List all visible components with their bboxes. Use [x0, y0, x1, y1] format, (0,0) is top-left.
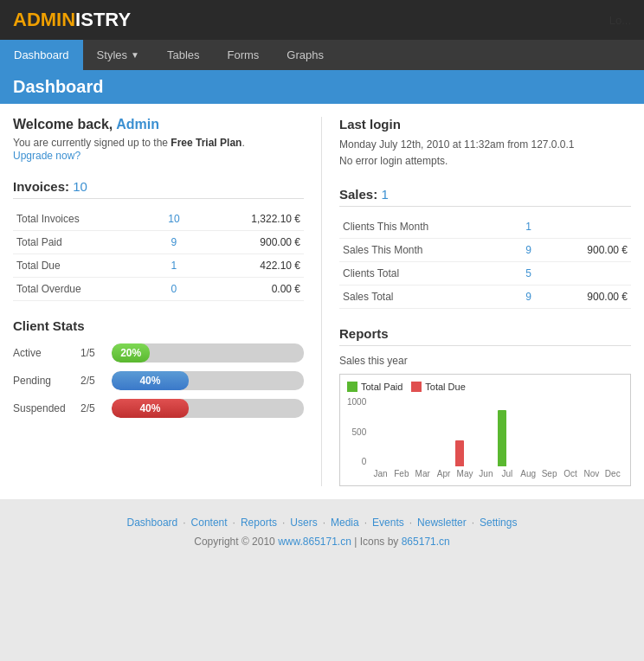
legend-paid-label: Total Paid: [361, 382, 402, 392]
x-label: Dec: [602, 469, 623, 478]
invoices-title-link[interactable]: 10: [73, 179, 87, 194]
footer-separator: ·: [228, 517, 241, 529]
footer-site1-link[interactable]: www.865171.cn: [278, 536, 351, 548]
stat-fraction: 2/5: [80, 375, 105, 387]
x-label: Apr: [433, 469, 454, 478]
client-stat-row: Pending 2/5 40%: [13, 371, 304, 390]
nav-styles[interactable]: Styles ▼: [83, 40, 153, 70]
x-label: May: [454, 469, 475, 478]
styles-dropdown-arrow: ▼: [131, 50, 139, 60]
y-label-bot: 0: [347, 457, 366, 466]
chart-wrapper: Total Paid Total Due 1000 500 0: [339, 374, 631, 486]
footer-link-dashboard[interactable]: Dashboard: [127, 517, 178, 529]
page-header-bar: Dashboard: [0, 70, 644, 104]
progress-bar-fill: 20%: [112, 343, 150, 363]
footer-copyright: Copyright © 2010 www.865171.cn | Icons b…: [13, 536, 631, 548]
x-label: Feb: [391, 469, 412, 478]
footer-link-settings[interactable]: Settings: [480, 517, 517, 529]
row-link[interactable]: 1: [517, 215, 541, 239]
row-label: Total Due: [13, 254, 156, 278]
row-link[interactable]: 9: [517, 239, 541, 262]
upgrade-link[interactable]: Upgrade now?: [13, 150, 80, 162]
row-value: [541, 215, 631, 239]
footer: Dashboard·Content·Reports·Users·Media·Ev…: [0, 499, 644, 565]
welcome-section: Welcome back, Admin You are currently si…: [13, 117, 304, 162]
welcome-username-link[interactable]: Admin: [116, 117, 159, 132]
row-label: Clients Total: [339, 262, 517, 286]
row-link[interactable]: 9: [517, 286, 541, 309]
footer-separator: ·: [277, 517, 290, 529]
footer-link-users[interactable]: Users: [290, 517, 317, 529]
logo-istry-text: ISTRY: [75, 9, 131, 30]
row-link[interactable]: 10: [156, 208, 193, 231]
stat-label: Active: [13, 347, 74, 359]
row-label: Clients This Month: [339, 215, 517, 239]
row-value: 422.10 €: [192, 254, 304, 278]
sales-title-link[interactable]: 1: [381, 187, 388, 202]
content-grid: Welcome back, Admin You are currently si…: [13, 117, 631, 486]
footer-link-newsletter[interactable]: Newsletter: [417, 517, 467, 529]
app-header: ADMINISTRY Lo...: [0, 0, 644, 40]
row-value: [541, 262, 631, 286]
row-link[interactable]: 0: [156, 278, 193, 301]
sales-section: Sales: 1 Clients This Month 1 Sales This…: [339, 187, 631, 309]
nav-graphs[interactable]: Graphs: [273, 40, 338, 70]
nav-forms[interactable]: Forms: [214, 40, 274, 70]
footer-separator: ·: [359, 517, 372, 529]
nav-tables[interactable]: Tables: [153, 40, 214, 70]
footer-separator: ·: [467, 517, 480, 529]
plan-name: Free Trial Plan: [171, 137, 242, 149]
last-login-line2: No error login attempts.: [339, 153, 631, 170]
logo-admin-text: ADMIN: [13, 9, 75, 30]
footer-link-reports[interactable]: Reports: [241, 517, 277, 529]
sales-title: Sales: 1: [339, 187, 631, 207]
invoices-title: Invoices: 10: [13, 179, 304, 199]
nav-dashboard[interactable]: Dashboard: [0, 40, 83, 70]
x-label: Jun: [475, 469, 496, 478]
reports-title: Reports: [339, 326, 631, 346]
legend-paid-color: [347, 382, 357, 392]
chart-bars-area: JanFebMarAprMayJunJulAugSepOctNovDec: [370, 397, 623, 478]
main-content: Welcome back, Admin You are currently si…: [0, 104, 644, 499]
x-label: Aug: [518, 469, 538, 478]
row-link[interactable]: 1: [156, 254, 193, 278]
row-link[interactable]: 5: [517, 262, 541, 286]
stat-fraction: 1/5: [80, 347, 105, 359]
row-value: 1,322.10 €: [192, 208, 304, 231]
last-login-line1: Monday July 12th, 2010 at 11:32am from 1…: [339, 137, 631, 153]
footer-separator: ·: [404, 517, 417, 529]
progress-bar-bg: 40%: [112, 399, 304, 418]
chart-y-axis: 1000 500 0: [347, 397, 370, 466]
x-label: Jan: [370, 469, 390, 478]
row-link[interactable]: 9: [156, 231, 193, 254]
chart-bars: [370, 397, 623, 466]
client-stats-section: Client Stats Active 1/5 20% Pending 2/5 …: [13, 318, 304, 418]
client-stats-title: Client Stats: [13, 318, 304, 333]
x-label: Nov: [581, 469, 602, 478]
footer-link-media[interactable]: Media: [331, 517, 359, 529]
right-column: Last login Monday July 12th, 2010 at 11:…: [322, 117, 631, 486]
footer-link-events[interactable]: Events: [372, 517, 404, 529]
legend-paid: Total Paid: [347, 382, 402, 392]
invoices-table: Total Invoices 10 1,322.10 € Total Paid …: [13, 208, 304, 301]
last-login-title: Last login: [339, 117, 631, 132]
table-row: Clients This Month 1: [339, 215, 631, 239]
bar-due: [455, 440, 464, 466]
row-label: Sales This Month: [339, 239, 517, 262]
app-logo: ADMINISTRY: [13, 9, 131, 31]
x-label: Oct: [560, 469, 581, 478]
table-row: Clients Total 5: [339, 262, 631, 286]
legend-due-color: [411, 382, 422, 392]
chart-x-labels: JanFebMarAprMayJunJulAugSepOctNovDec: [370, 469, 623, 478]
table-row: Sales This Month 9 900.00 €: [339, 239, 631, 262]
stat-fraction: 2/5: [80, 402, 105, 414]
progress-bar-bg: 40%: [112, 371, 304, 390]
x-label: Sep: [538, 469, 559, 478]
y-label-top: 1000: [347, 397, 366, 407]
footer-link-content[interactable]: Content: [191, 517, 228, 529]
progress-bar-fill: 40%: [112, 399, 189, 418]
progress-bar-fill: 40%: [112, 371, 189, 390]
footer-site2-link[interactable]: 865171.cn: [402, 536, 450, 548]
chart-title: Sales this year: [339, 355, 631, 367]
row-value: 900.00 €: [192, 231, 304, 254]
